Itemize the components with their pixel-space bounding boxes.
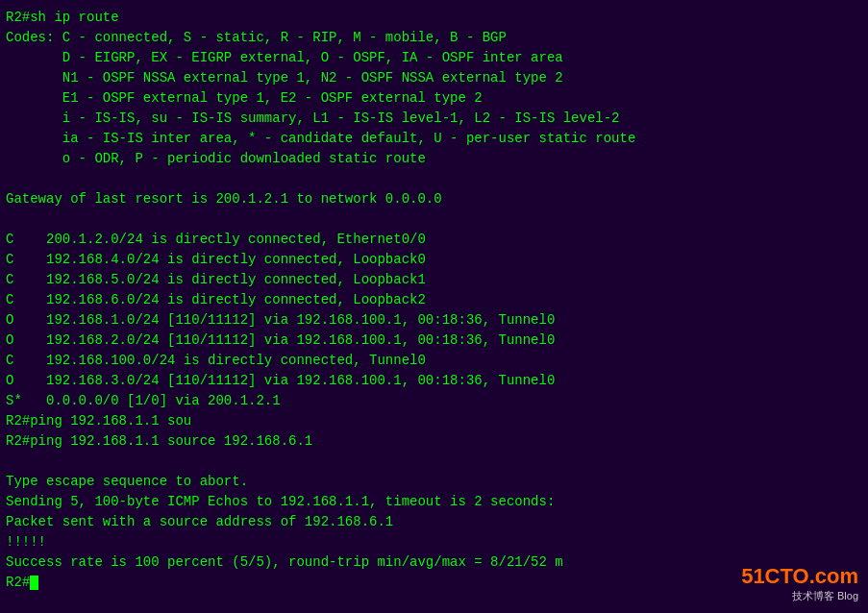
terminal-line: !!!!!	[6, 532, 862, 552]
terminal-line: E1 - OSPF external type 1, E2 - OSPF ext…	[6, 88, 862, 109]
terminal-line: S* 0.0.0.0/0 [1/0] via 200.1.2.1	[6, 391, 862, 411]
terminal-line: Success rate is 100 percent (5/5), round…	[6, 552, 862, 573]
terminal-output: R2#sh ip routeCodes: C - connected, S - …	[6, 8, 862, 593]
terminal-line: D - EIGRP, EX - EIGRP external, O - OSPF…	[6, 48, 862, 68]
terminal-line: C 192.168.5.0/24 is directly connected, …	[6, 270, 862, 290]
terminal-cursor	[30, 576, 38, 590]
terminal-line: N1 - OSPF NSSA external type 1, N2 - OSP…	[6, 68, 862, 88]
terminal-line: R2#ping 192.168.1.1 source 192.168.6.1	[6, 431, 862, 452]
terminal-line: ia - IS-IS inter area, * - candidate def…	[6, 129, 862, 149]
terminal-line: O 192.168.2.0/24 [110/11112] via 192.168…	[6, 331, 862, 351]
terminal-line: i - IS-IS, su - IS-IS summary, L1 - IS-I…	[6, 109, 862, 129]
terminal-line: O 192.168.1.0/24 [110/11112] via 192.168…	[6, 310, 862, 331]
terminal-line: Type escape sequence to abort.	[6, 472, 862, 492]
watermark: 51CTO.com 技术博客 Blog	[741, 564, 858, 603]
terminal-line: C 192.168.100.0/24 is directly connected…	[6, 351, 862, 371]
terminal-line: C 192.168.4.0/24 is directly connected, …	[6, 250, 862, 270]
terminal-line	[6, 452, 862, 472]
terminal-line: Sending 5, 100-byte ICMP Echos to 192.16…	[6, 492, 862, 512]
terminal-line: Codes: C - connected, S - static, R - RI…	[6, 28, 862, 48]
terminal-line: o - ODR, P - periodic downloaded static …	[6, 149, 862, 169]
terminal-line	[6, 209, 862, 230]
terminal-line: O 192.168.3.0/24 [110/11112] via 192.168…	[6, 371, 862, 391]
terminal-line: R2#	[6, 573, 862, 593]
terminal-line: Packet sent with a source address of 192…	[6, 512, 862, 532]
terminal-line: R2#ping 192.168.1.1 sou	[6, 411, 862, 431]
watermark-sub: 技术博客 Blog	[792, 589, 858, 603]
terminal-window: R2#sh ip routeCodes: C - connected, S - …	[0, 0, 868, 613]
watermark-logo: 51CTO.com	[741, 564, 858, 589]
terminal-line	[6, 169, 862, 189]
terminal-line: R2#sh ip route	[6, 8, 862, 28]
terminal-line: Gateway of last resort is 200.1.2.1 to n…	[6, 189, 862, 209]
terminal-line: C 192.168.6.0/24 is directly connected, …	[6, 290, 862, 310]
terminal-line: C 200.1.2.0/24 is directly connected, Et…	[6, 230, 862, 250]
